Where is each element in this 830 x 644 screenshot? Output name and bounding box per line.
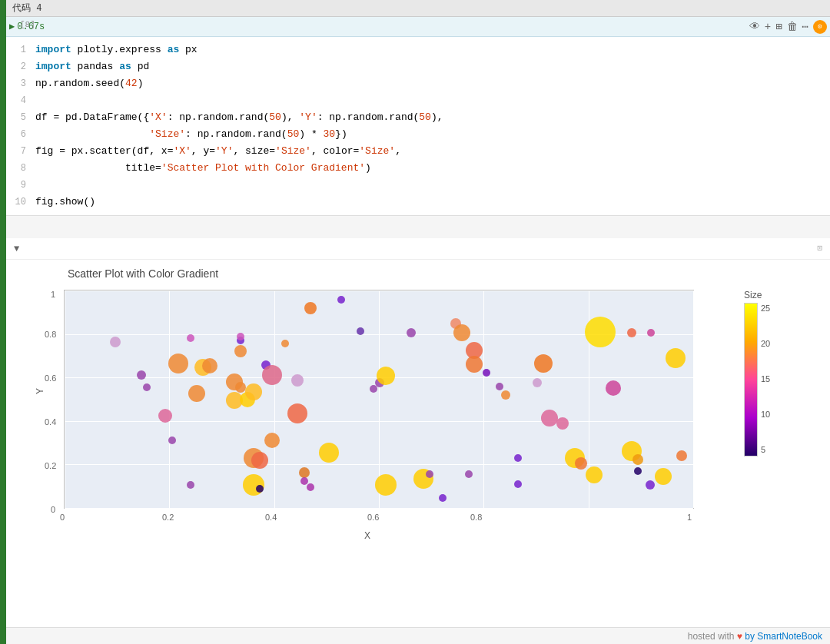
code-content[interactable]: 1 import plotly.express as px 2 import p… <box>6 37 830 215</box>
color-legend: Size 25 20 15 10 5 <box>744 290 786 456</box>
svg-point-39 <box>466 356 483 373</box>
svg-point-25 <box>291 374 304 387</box>
code-line: 4 <box>14 92 830 109</box>
svg-point-69 <box>465 470 473 478</box>
legend-label-10: 10 <box>761 410 770 419</box>
svg-point-9 <box>202 358 217 373</box>
y-tick-04: 0.4 <box>45 417 56 427</box>
svg-point-6 <box>187 334 194 342</box>
svg-point-68 <box>439 494 447 502</box>
chart-area: Y <box>22 286 790 547</box>
svg-point-55 <box>632 454 643 465</box>
y-tick-08: 0.8 <box>45 330 56 339</box>
run-icon: ▶ <box>9 21 15 32</box>
svg-point-13 <box>234 345 247 357</box>
svg-point-41 <box>496 383 503 390</box>
cell-index: [8] <box>20 20 35 29</box>
svg-point-59 <box>666 348 686 368</box>
trash-icon[interactable]: 🗑 <box>787 21 798 33</box>
footer: hosted with ♥ by SmartNoteBook <box>6 627 830 644</box>
more-icon[interactable]: ⋯ <box>802 20 808 33</box>
svg-point-60 <box>676 450 687 461</box>
svg-point-43 <box>514 454 522 462</box>
collapse-arrow[interactable]: ▼ <box>14 244 19 254</box>
x-tick-0: 0 <box>60 513 65 522</box>
legend-label-15: 15 <box>761 374 770 383</box>
svg-point-46 <box>541 410 558 427</box>
svg-point-62 <box>243 474 264 496</box>
code-line: 3 np.random.seed(42) <box>14 75 830 92</box>
svg-point-40 <box>483 369 490 377</box>
legend-label-20: 20 <box>761 339 770 348</box>
svg-point-64 <box>300 477 308 485</box>
cell-toolbar: ▶ 0.67s 👁 + ⊞ 🗑 ⋯ ⚙ <box>6 17 830 37</box>
svg-point-31 <box>357 327 364 335</box>
code-line: 10 fig.show() <box>14 194 830 211</box>
svg-point-17 <box>245 383 262 400</box>
exec-badge: ⚙ <box>813 20 827 34</box>
svg-point-4 <box>168 437 176 444</box>
footer-brand: by SmartNoteBook <box>745 631 822 642</box>
svg-point-14 <box>235 382 246 393</box>
eye-icon[interactable]: 👁 <box>749 21 760 33</box>
svg-point-21 <box>264 433 280 448</box>
svg-point-53 <box>627 328 636 337</box>
legend-gradient-bar <box>744 303 758 456</box>
code-line: 5 df = pd.DataFrame({'X': np.random.rand… <box>14 109 830 126</box>
y-tick-06: 0.6 <box>45 373 56 383</box>
code-line: 1 import plotly.express as px <box>14 41 830 58</box>
svg-point-28 <box>304 302 317 314</box>
output-section: Scatter Plot with Color Gradient Y <box>6 260 830 627</box>
svg-point-56 <box>634 467 642 475</box>
svg-point-29 <box>319 443 339 463</box>
plot-title: Scatter Plot with Color Gradient <box>68 267 815 280</box>
x-tick-02: 0.2 <box>162 513 174 522</box>
x-tick-04: 0.4 <box>265 513 277 522</box>
legend-title: Size <box>744 290 786 300</box>
svg-point-44 <box>533 378 542 387</box>
svg-point-30 <box>337 296 345 304</box>
y-tick-02: 0.2 <box>45 461 56 470</box>
svg-point-70 <box>514 480 522 488</box>
svg-point-24 <box>287 403 307 423</box>
x-tick-08: 0.8 <box>470 513 482 522</box>
svg-point-34 <box>377 367 395 385</box>
footer-heart: ♥ <box>737 631 742 642</box>
svg-point-23 <box>281 340 289 347</box>
svg-point-67 <box>426 470 433 478</box>
svg-point-58 <box>655 468 672 485</box>
code-line: 6 'Size': np.random.rand(50) * 30}) <box>14 126 830 143</box>
expand-icon[interactable]: ⊡ <box>817 243 822 253</box>
svg-point-65 <box>375 474 397 496</box>
y-tick-0: 0 <box>51 505 55 514</box>
plus-icon[interactable]: + <box>765 21 771 33</box>
svg-point-45 <box>534 354 553 373</box>
svg-point-26 <box>299 467 310 478</box>
chart-background <box>64 290 694 509</box>
legend-label-25: 25 <box>761 304 770 313</box>
code-cell: ▶ 0.67s 👁 + ⊞ 🗑 ⋯ ⚙ [8] 1 import plotly.… <box>6 17 830 216</box>
svg-point-32 <box>370 385 377 393</box>
svg-point-19 <box>251 452 268 469</box>
scatter-plot-svg <box>65 290 695 510</box>
code-line: 2 import pandas as pd <box>14 58 830 75</box>
y-axis-title: Y <box>35 388 45 394</box>
svg-point-71 <box>646 480 655 490</box>
svg-point-37 <box>453 324 470 341</box>
left-sidebar-bar <box>0 0 6 644</box>
cell-toolbar-right: 👁 + ⊞ 🗑 ⋯ ⚙ <box>749 20 827 34</box>
svg-point-2 <box>143 383 151 391</box>
collapse-section: ▼ ⊡ <box>6 238 830 260</box>
svg-point-1 <box>137 370 146 380</box>
copy-icon[interactable]: ⊞ <box>775 20 782 33</box>
svg-point-63 <box>256 485 264 493</box>
tab-bar: 代码 4 <box>6 0 830 17</box>
svg-point-50 <box>586 466 603 483</box>
svg-point-15 <box>237 333 244 340</box>
svg-point-27 <box>307 483 314 491</box>
tab-label[interactable]: 代码 4 <box>12 2 42 15</box>
svg-point-3 <box>158 409 172 423</box>
svg-point-7 <box>188 385 205 402</box>
svg-point-52 <box>606 380 621 396</box>
code-line: 8 title='Scatter Plot with Color Gradien… <box>14 160 830 177</box>
